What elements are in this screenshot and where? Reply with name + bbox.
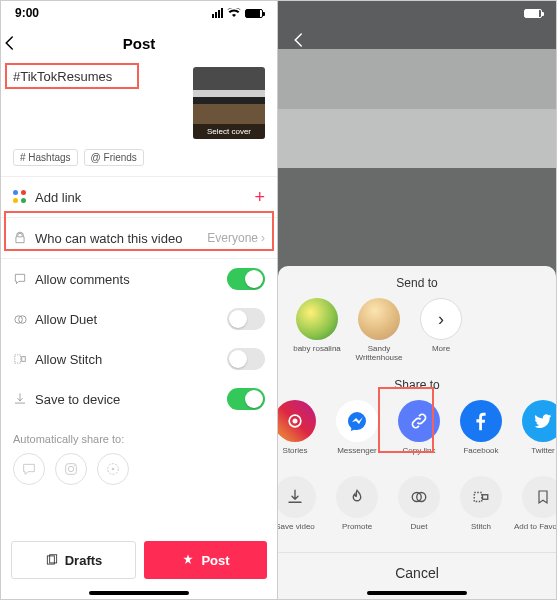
share-instagram-icon[interactable] — [55, 453, 87, 485]
messenger-icon — [336, 400, 378, 442]
share-messenger[interactable]: Messenger — [326, 400, 388, 464]
stories-icon — [278, 400, 316, 442]
avatar — [358, 298, 400, 340]
share-label: Messenger — [337, 446, 377, 464]
drafts-button[interactable]: Drafts — [11, 541, 136, 579]
facebook-icon — [460, 400, 502, 442]
select-cover-label[interactable]: Select cover — [193, 124, 265, 139]
cancel-button[interactable]: Cancel — [278, 552, 556, 583]
svg-rect-16 — [483, 495, 488, 500]
svg-point-12 — [293, 419, 298, 424]
share-label: Stories — [283, 446, 308, 464]
add-link-row[interactable]: Add link + — [1, 177, 277, 217]
save-toggle[interactable] — [227, 388, 265, 410]
post-label: Post — [201, 553, 229, 568]
action-duet[interactable]: Duet — [388, 476, 450, 540]
stitch-icon — [13, 352, 35, 366]
svg-point-8 — [112, 468, 115, 471]
page-title: Post — [1, 35, 277, 52]
bookmark-icon — [522, 476, 556, 518]
status-time: 9:00 — [15, 6, 39, 20]
comments-row[interactable]: Allow comments — [1, 259, 277, 299]
avatar — [296, 298, 338, 340]
caption-input[interactable]: #TikTokResumes — [13, 67, 183, 139]
status-indicators — [212, 8, 263, 18]
action-label: Add to Favorites — [514, 522, 556, 540]
link-icon — [398, 400, 440, 442]
action-label: Duet — [411, 522, 428, 540]
flame-icon — [336, 476, 378, 518]
action-save[interactable]: Save video — [278, 476, 326, 540]
add-link-label: Add link — [35, 190, 254, 205]
duet-icon — [13, 312, 35, 327]
back-button[interactable] — [290, 31, 308, 49]
hashtags-chip[interactable]: # Hashtags — [13, 149, 78, 166]
share-twitter[interactable]: Twitter — [512, 400, 556, 464]
privacy-value: Everyone — [207, 231, 258, 245]
privacy-row[interactable]: Who can watch this video Everyone› — [1, 218, 277, 258]
share-facebook[interactable]: Facebook — [450, 400, 512, 464]
svg-rect-2 — [15, 355, 21, 363]
action-label: Save video — [278, 522, 315, 540]
friends-chip[interactable]: @ Friends — [84, 149, 144, 166]
contact-item[interactable]: Sandy Writtenhouse — [348, 298, 410, 362]
home-indicator — [367, 591, 467, 595]
share-label: Twitter — [531, 446, 555, 464]
video-thumbnail[interactable]: Select cover — [193, 67, 265, 139]
share-to-header: Share to — [278, 368, 556, 398]
duet-label: Allow Duet — [35, 312, 227, 327]
chevron-right-icon: › — [420, 298, 462, 340]
post-button[interactable]: Post — [144, 541, 267, 579]
action-label: Stitch — [471, 522, 491, 540]
action-promote[interactable]: Promote — [326, 476, 388, 540]
plus-icon: + — [254, 187, 265, 208]
link-icon — [13, 190, 35, 204]
svg-rect-3 — [22, 357, 26, 362]
download-icon — [13, 392, 35, 406]
duet-toggle[interactable] — [227, 308, 265, 330]
svg-point-5 — [68, 466, 73, 471]
twitter-icon — [522, 400, 556, 442]
send-to-header: Send to — [278, 266, 556, 296]
more-label: More — [432, 344, 450, 362]
comments-label: Allow comments — [35, 272, 227, 287]
share-copylink[interactable]: Copy link — [388, 400, 450, 464]
chevron-right-icon: › — [261, 231, 265, 245]
stitch-icon — [460, 476, 502, 518]
stitch-toggle[interactable] — [227, 348, 265, 370]
share-label: Facebook — [463, 446, 498, 464]
comment-icon — [13, 272, 35, 286]
lock-icon — [13, 231, 35, 245]
contact-item[interactable]: baby rosalina — [286, 298, 348, 362]
stitch-row[interactable]: Allow Stitch — [1, 339, 277, 379]
drafts-label: Drafts — [65, 553, 103, 568]
duet-row[interactable]: Allow Duet — [1, 299, 277, 339]
save-row[interactable]: Save to device — [1, 379, 277, 419]
share-label: Copy link — [403, 446, 436, 464]
share-sheet: Send to baby rosalina Sandy Writtenhouse… — [278, 266, 556, 599]
action-favorite[interactable]: Add to Favorites — [512, 476, 556, 540]
contact-name: baby rosalina — [293, 344, 341, 362]
auto-share-label: Automatically share to: — [1, 419, 277, 453]
home-indicator — [89, 591, 189, 595]
svg-point-6 — [74, 465, 75, 466]
share-sms-icon[interactable] — [13, 453, 45, 485]
duet-icon — [398, 476, 440, 518]
more-contacts[interactable]: ›More — [410, 298, 472, 362]
comments-toggle[interactable] — [227, 268, 265, 290]
save-label: Save to device — [35, 392, 227, 407]
action-label: Promote — [342, 522, 372, 540]
share-other-icon[interactable] — [97, 453, 129, 485]
svg-rect-15 — [474, 493, 482, 502]
contact-name: Sandy Writtenhouse — [348, 344, 410, 362]
action-stitch[interactable]: Stitch — [450, 476, 512, 540]
stitch-label: Allow Stitch — [35, 352, 227, 367]
download-icon — [278, 476, 316, 518]
share-stories[interactable]: Stories — [278, 400, 326, 464]
privacy-label: Who can watch this video — [35, 231, 207, 246]
